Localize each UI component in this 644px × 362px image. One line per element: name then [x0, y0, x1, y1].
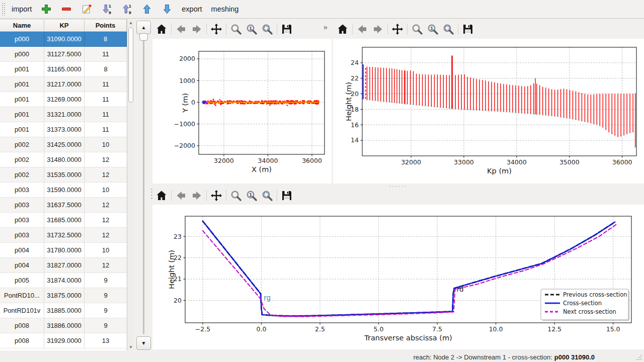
- cell-points[interactable]: 12: [85, 167, 127, 183]
- save-button[interactable]: [279, 22, 294, 37]
- home-button[interactable]: [154, 188, 169, 203]
- add-button[interactable]: [38, 2, 55, 17]
- remove-button[interactable]: [58, 2, 75, 17]
- resize-grip[interactable]: [635, 354, 642, 360]
- trace-plot-canvas[interactable]: 320003400036000−2000−1000010002000X (m)Y…: [152, 39, 332, 184]
- vertical-splitter-handle[interactable]: [150, 188, 153, 201]
- cell-kp[interactable]: 31321.0000: [44, 107, 85, 122]
- column-header-kp[interactable]: KP: [44, 20, 85, 32]
- import-button[interactable]: import: [9, 2, 35, 17]
- cell-points[interactable]: 12: [85, 198, 127, 213]
- meshing-button[interactable]: meshing: [208, 2, 242, 17]
- table-row[interactable]: p00331732.500012: [0, 228, 127, 243]
- forward-button[interactable]: [370, 22, 385, 37]
- cell-name[interactable]: p003: [0, 183, 44, 198]
- table-row[interactable]: p00231425.000010: [0, 137, 127, 152]
- table-row[interactable]: p00131269.000011: [0, 92, 127, 107]
- cell-points[interactable]: 8: [85, 32, 127, 47]
- cell-kp[interactable]: 31827.0000: [44, 258, 85, 273]
- cell-kp[interactable]: 31874.0000: [44, 273, 85, 288]
- cell-kp[interactable]: 31637.5000: [44, 198, 85, 213]
- home-button[interactable]: [335, 22, 350, 37]
- cell-points[interactable]: 11: [85, 47, 127, 62]
- cell-kp[interactable]: 31217.0000: [44, 77, 85, 92]
- edit-button[interactable]: [78, 2, 95, 17]
- table-scrollbar[interactable]: ▲ ▼: [127, 19, 134, 350]
- zoom-to-rect-button[interactable]: [260, 188, 275, 203]
- section-next-button[interactable]: ▼: [136, 336, 151, 350]
- cell-kp[interactable]: 31929.0000: [44, 333, 85, 348]
- cell-name[interactable]: p008: [0, 333, 44, 348]
- zoom-original-button[interactable]: 1: [244, 22, 259, 37]
- zoom-original-button[interactable]: 1: [244, 188, 259, 203]
- cell-points[interactable]: 11: [85, 77, 127, 92]
- cell-name[interactable]: p002: [0, 137, 44, 152]
- back-button[interactable]: [174, 188, 189, 203]
- cell-kp[interactable]: 31885.0000: [44, 303, 85, 318]
- table-row[interactable]: p00131165.00008: [0, 62, 127, 77]
- zoom-button[interactable]: [228, 188, 244, 203]
- cell-name[interactable]: p003: [0, 228, 44, 243]
- cell-name[interactable]: p002: [0, 152, 44, 167]
- cell-points[interactable]: 9: [85, 273, 127, 288]
- cell-name[interactable]: p002: [0, 167, 44, 183]
- back-button[interactable]: [174, 22, 189, 37]
- table-row[interactable]: p00331637.500012: [0, 198, 127, 213]
- scroll-down-icon[interactable]: ▼: [127, 344, 134, 350]
- cell-kp[interactable]: 31165.0000: [44, 62, 85, 77]
- section-previous-button[interactable]: ▲: [136, 21, 151, 34]
- cell-name[interactable]: p000: [0, 47, 44, 62]
- cell-points[interactable]: 11: [85, 122, 127, 137]
- cell-kp[interactable]: 31127.5000: [44, 47, 85, 62]
- cell-name[interactable]: p004: [0, 243, 44, 258]
- cell-name[interactable]: p003: [0, 213, 44, 228]
- horizontal-splitter-handle[interactable]: [388, 185, 408, 188]
- cell-name[interactable]: p001: [0, 77, 44, 92]
- table-scrollbar-thumb[interactable]: [128, 27, 133, 103]
- forward-button[interactable]: [189, 22, 204, 37]
- cell-points[interactable]: 12: [85, 213, 127, 228]
- zoom-original-button[interactable]: 1: [425, 22, 440, 37]
- cell-name[interactable]: p003: [0, 198, 44, 213]
- table-row[interactable]: p00231535.000012: [0, 167, 127, 183]
- table-row[interactable]: p00131373.000011: [0, 122, 127, 137]
- cell-name[interactable]: p001: [0, 107, 44, 122]
- cell-points[interactable]: 10: [85, 137, 127, 152]
- cell-points[interactable]: 12: [85, 228, 127, 243]
- table-row[interactable]: p00431827.000012: [0, 258, 127, 273]
- move-up-button[interactable]: [138, 2, 155, 17]
- table-row[interactable]: PontRD10...31875.00009: [0, 288, 127, 303]
- cell-name[interactable]: p008: [0, 318, 44, 333]
- sort-descending-button[interactable]: 19: [98, 2, 115, 17]
- cell-kp[interactable]: 31732.5000: [44, 228, 85, 243]
- column-header-name[interactable]: Name: [0, 20, 44, 32]
- table-row[interactable]: p00331590.000010: [0, 183, 127, 198]
- save-button[interactable]: [460, 22, 475, 37]
- cell-kp[interactable]: 31685.0000: [44, 213, 85, 228]
- profile-plot-canvas[interactable]: 3200033000340003500036000141618202224Kp …: [333, 39, 644, 184]
- table-row[interactable]: p00831886.00009: [0, 318, 127, 333]
- save-button[interactable]: [279, 188, 294, 203]
- cell-name[interactable]: p005: [0, 273, 44, 288]
- cell-points[interactable]: 8: [85, 62, 127, 77]
- table-row[interactable]: p00431780.000010: [0, 243, 127, 258]
- cell-name[interactable]: p004: [0, 258, 44, 273]
- sort-ascending-button[interactable]: 19: [118, 2, 135, 17]
- cell-points[interactable]: 11: [85, 107, 127, 122]
- cell-kp[interactable]: 31090.0000: [44, 32, 85, 47]
- table-row[interactable]: p00331685.000012: [0, 213, 127, 228]
- cell-points[interactable]: 10: [85, 243, 127, 258]
- cell-kp[interactable]: 31425.0000: [44, 137, 85, 152]
- move-down-button[interactable]: [158, 2, 176, 17]
- cell-points[interactable]: 10: [85, 183, 127, 198]
- table-row[interactable]: PontRD101v31885.00009: [0, 303, 127, 318]
- cell-points[interactable]: 12: [85, 152, 127, 167]
- table-row[interactable]: p00031090.00008: [0, 32, 127, 47]
- toolbar-overflow-button[interactable]: »: [324, 23, 328, 31]
- cell-kp[interactable]: 31535.0000: [44, 167, 85, 183]
- cell-points[interactable]: 12: [85, 258, 127, 273]
- cell-kp[interactable]: 31875.0000: [44, 288, 85, 303]
- toolbar-drag-handle[interactable]: [2, 3, 6, 16]
- cell-name[interactable]: p000: [0, 32, 44, 47]
- export-button[interactable]: export: [179, 2, 205, 17]
